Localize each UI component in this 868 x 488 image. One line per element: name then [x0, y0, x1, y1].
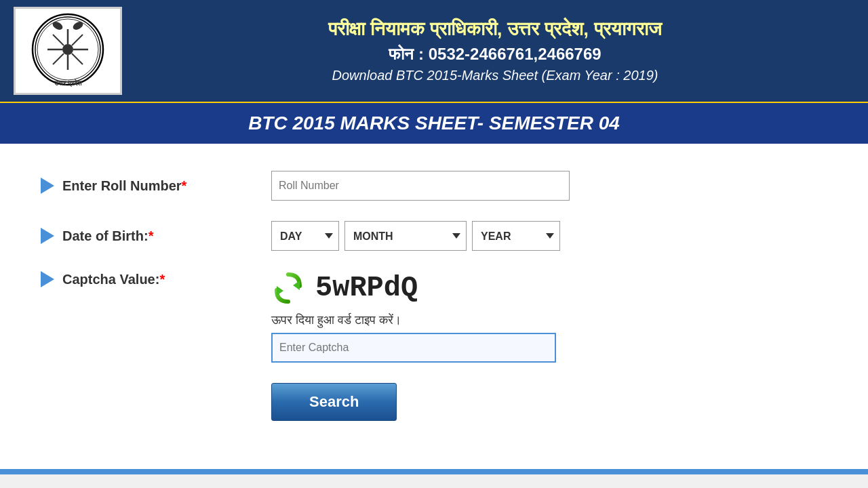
captcha-row: Captcha Value:* — [41, 271, 827, 363]
captcha-input-section: 5wRPdQ ऊपर दिया हुआ वर्ड टाइप करें। — [271, 271, 827, 363]
dob-input-section: DAY 0102030405 0607080910 1112131415 161… — [271, 221, 827, 251]
search-button-row: Search — [41, 383, 827, 421]
arrow-icon-dob — [41, 228, 54, 244]
roll-number-row: Enter Roll Number* — [41, 171, 827, 201]
refresh-captcha-icon[interactable] — [271, 271, 305, 305]
main-content: Enter Roll Number* Date of Birth:* DAY 0… — [0, 144, 868, 469]
captcha-input[interactable] — [271, 333, 556, 363]
header-line3: Download BTC 2015-Marks Sheet (Exam Year… — [136, 68, 854, 83]
sub-header-title: BTC 2015 MARKS SHEET- SEMESTER 04 — [248, 113, 620, 134]
captcha-display: 5wRPdQ — [271, 271, 827, 305]
svg-marker-15 — [293, 281, 300, 290]
header: उत्तर प्रदेश परीक्षा नियामक प्राधिकारी, … — [0, 0, 868, 102]
sub-header: BTC 2015 MARKS SHEET- SEMESTER 04 — [0, 102, 868, 144]
search-button[interactable]: Search — [271, 383, 397, 421]
header-text-block: परीक्षा नियामक प्राधिकारी, उत्तर प्रदेश,… — [136, 18, 854, 83]
arrow-icon-roll — [41, 178, 54, 194]
svg-point-3 — [62, 44, 73, 55]
dob-label: Date of Birth:* — [62, 228, 153, 244]
arrow-icon-captcha — [41, 271, 54, 287]
captcha-label: Captcha Value:* — [62, 272, 165, 287]
captcha-instruction: ऊपर दिया हुआ वर्ड टाइप करें। — [271, 313, 827, 327]
logo-container: उत्तर प्रदेश — [14, 7, 122, 95]
svg-marker-16 — [277, 286, 283, 296]
header-line1: परीक्षा नियामक प्राधिकारी, उत्तर प्रदेश,… — [136, 18, 854, 41]
roll-number-label: Enter Roll Number* — [62, 178, 186, 194]
header-line2: फोन : 0532-2466761,2466769 — [136, 45, 854, 64]
bottom-bar — [0, 469, 868, 474]
dob-label-section: Date of Birth:* — [41, 228, 271, 244]
logo-icon: उत्तर प्रदेश — [20, 12, 115, 90]
captcha-code: 5wRPdQ — [315, 272, 418, 304]
roll-number-input-section — [271, 171, 827, 201]
dob-row: Date of Birth:* DAY 0102030405 060708091… — [41, 221, 827, 251]
svg-text:उत्तर प्रदेश: उत्तर प्रदेश — [54, 79, 82, 87]
captcha-label-section: Captcha Value:* — [41, 271, 271, 287]
month-select[interactable]: MONTH JanuaryFebruaryMarch AprilMayJune … — [344, 221, 467, 251]
roll-number-input[interactable] — [271, 171, 570, 201]
day-select[interactable]: DAY 0102030405 0607080910 1112131415 161… — [271, 221, 339, 251]
year-select[interactable]: YEAR 1980198119821983 1984198519861987 1… — [472, 221, 560, 251]
roll-number-label-section: Enter Roll Number* — [41, 178, 271, 194]
